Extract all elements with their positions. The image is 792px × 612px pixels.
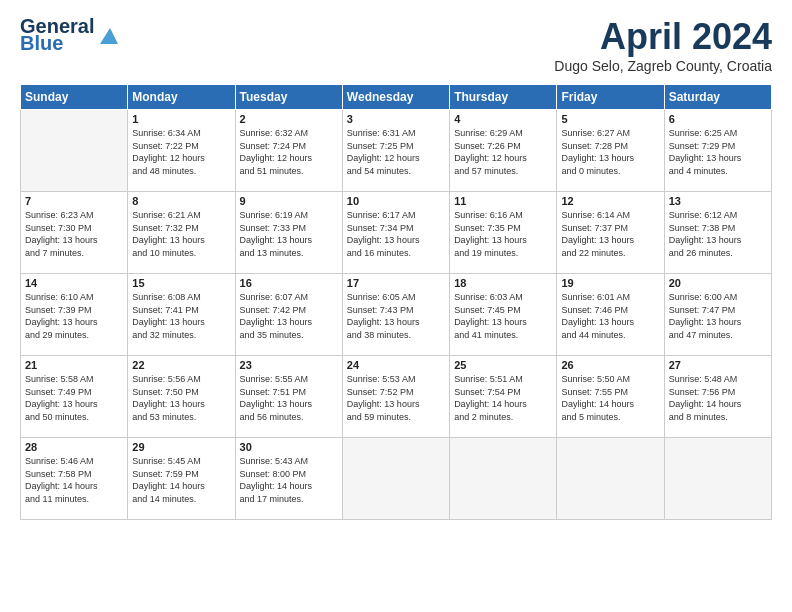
day-info: Sunrise: 5:58 AMSunset: 7:49 PMDaylight:…	[25, 373, 123, 423]
day-info: Sunrise: 6:31 AMSunset: 7:25 PMDaylight:…	[347, 127, 445, 177]
calendar-cell: 22Sunrise: 5:56 AMSunset: 7:50 PMDayligh…	[128, 356, 235, 438]
day-info: Sunrise: 5:53 AMSunset: 7:52 PMDaylight:…	[347, 373, 445, 423]
day-number: 5	[561, 113, 659, 125]
calendar-cell: 13Sunrise: 6:12 AMSunset: 7:38 PMDayligh…	[664, 192, 771, 274]
day-number: 17	[347, 277, 445, 289]
day-number: 24	[347, 359, 445, 371]
day-info: Sunrise: 5:56 AMSunset: 7:50 PMDaylight:…	[132, 373, 230, 423]
day-number: 10	[347, 195, 445, 207]
day-number: 25	[454, 359, 552, 371]
calendar-cell	[21, 110, 128, 192]
calendar-cell: 25Sunrise: 5:51 AMSunset: 7:54 PMDayligh…	[450, 356, 557, 438]
calendar-cell: 6Sunrise: 6:25 AMSunset: 7:29 PMDaylight…	[664, 110, 771, 192]
day-info: Sunrise: 6:10 AMSunset: 7:39 PMDaylight:…	[25, 291, 123, 341]
calendar-week-row: 1Sunrise: 6:34 AMSunset: 7:22 PMDaylight…	[21, 110, 772, 192]
header: General Blue April 2024 Dugo Selo, Zagre…	[20, 16, 772, 74]
calendar-cell: 23Sunrise: 5:55 AMSunset: 7:51 PMDayligh…	[235, 356, 342, 438]
day-info: Sunrise: 6:08 AMSunset: 7:41 PMDaylight:…	[132, 291, 230, 341]
day-number: 11	[454, 195, 552, 207]
calendar-cell: 4Sunrise: 6:29 AMSunset: 7:26 PMDaylight…	[450, 110, 557, 192]
day-number: 6	[669, 113, 767, 125]
weekday-header: Wednesday	[342, 85, 449, 110]
day-info: Sunrise: 6:29 AMSunset: 7:26 PMDaylight:…	[454, 127, 552, 177]
day-info: Sunrise: 6:01 AMSunset: 7:46 PMDaylight:…	[561, 291, 659, 341]
calendar-cell: 30Sunrise: 5:43 AMSunset: 8:00 PMDayligh…	[235, 438, 342, 520]
logo-blue: Blue	[20, 32, 63, 55]
calendar-cell: 18Sunrise: 6:03 AMSunset: 7:45 PMDayligh…	[450, 274, 557, 356]
calendar-cell: 27Sunrise: 5:48 AMSunset: 7:56 PMDayligh…	[664, 356, 771, 438]
day-info: Sunrise: 6:12 AMSunset: 7:38 PMDaylight:…	[669, 209, 767, 259]
day-info: Sunrise: 5:50 AMSunset: 7:55 PMDaylight:…	[561, 373, 659, 423]
day-info: Sunrise: 5:55 AMSunset: 7:51 PMDaylight:…	[240, 373, 338, 423]
page: General Blue April 2024 Dugo Selo, Zagre…	[0, 0, 792, 612]
weekday-header: Monday	[128, 85, 235, 110]
calendar-week-row: 14Sunrise: 6:10 AMSunset: 7:39 PMDayligh…	[21, 274, 772, 356]
calendar-week-row: 21Sunrise: 5:58 AMSunset: 7:49 PMDayligh…	[21, 356, 772, 438]
title-block: April 2024 Dugo Selo, Zagreb County, Cro…	[554, 16, 772, 74]
calendar-cell: 5Sunrise: 6:27 AMSunset: 7:28 PMDaylight…	[557, 110, 664, 192]
day-number: 28	[25, 441, 123, 453]
day-number: 30	[240, 441, 338, 453]
calendar-cell: 10Sunrise: 6:17 AMSunset: 7:34 PMDayligh…	[342, 192, 449, 274]
day-info: Sunrise: 5:46 AMSunset: 7:58 PMDaylight:…	[25, 455, 123, 505]
calendar-cell: 2Sunrise: 6:32 AMSunset: 7:24 PMDaylight…	[235, 110, 342, 192]
day-info: Sunrise: 6:16 AMSunset: 7:35 PMDaylight:…	[454, 209, 552, 259]
day-info: Sunrise: 6:14 AMSunset: 7:37 PMDaylight:…	[561, 209, 659, 259]
day-number: 16	[240, 277, 338, 289]
day-info: Sunrise: 6:05 AMSunset: 7:43 PMDaylight:…	[347, 291, 445, 341]
calendar-subtitle: Dugo Selo, Zagreb County, Croatia	[554, 58, 772, 74]
day-number: 12	[561, 195, 659, 207]
day-info: Sunrise: 6:19 AMSunset: 7:33 PMDaylight:…	[240, 209, 338, 259]
day-info: Sunrise: 6:21 AMSunset: 7:32 PMDaylight:…	[132, 209, 230, 259]
calendar-week-row: 7Sunrise: 6:23 AMSunset: 7:30 PMDaylight…	[21, 192, 772, 274]
day-number: 15	[132, 277, 230, 289]
day-info: Sunrise: 5:51 AMSunset: 7:54 PMDaylight:…	[454, 373, 552, 423]
weekday-header: Saturday	[664, 85, 771, 110]
calendar-cell: 9Sunrise: 6:19 AMSunset: 7:33 PMDaylight…	[235, 192, 342, 274]
day-number: 22	[132, 359, 230, 371]
calendar-title: April 2024	[554, 16, 772, 58]
day-info: Sunrise: 6:03 AMSunset: 7:45 PMDaylight:…	[454, 291, 552, 341]
calendar-cell: 28Sunrise: 5:46 AMSunset: 7:58 PMDayligh…	[21, 438, 128, 520]
day-number: 2	[240, 113, 338, 125]
day-number: 3	[347, 113, 445, 125]
svg-marker-0	[100, 28, 118, 44]
weekday-header: Friday	[557, 85, 664, 110]
calendar-cell: 15Sunrise: 6:08 AMSunset: 7:41 PMDayligh…	[128, 274, 235, 356]
day-info: Sunrise: 6:00 AMSunset: 7:47 PMDaylight:…	[669, 291, 767, 341]
day-info: Sunrise: 6:25 AMSunset: 7:29 PMDaylight:…	[669, 127, 767, 177]
day-info: Sunrise: 6:32 AMSunset: 7:24 PMDaylight:…	[240, 127, 338, 177]
day-info: Sunrise: 5:45 AMSunset: 7:59 PMDaylight:…	[132, 455, 230, 505]
logo: General Blue	[20, 16, 96, 55]
calendar-cell: 11Sunrise: 6:16 AMSunset: 7:35 PMDayligh…	[450, 192, 557, 274]
logo-triangle-icon	[96, 26, 118, 48]
calendar-cell	[557, 438, 664, 520]
calendar-cell: 14Sunrise: 6:10 AMSunset: 7:39 PMDayligh…	[21, 274, 128, 356]
day-number: 8	[132, 195, 230, 207]
day-info: Sunrise: 6:27 AMSunset: 7:28 PMDaylight:…	[561, 127, 659, 177]
weekday-header: Sunday	[21, 85, 128, 110]
weekday-header: Tuesday	[235, 85, 342, 110]
day-info: Sunrise: 6:34 AMSunset: 7:22 PMDaylight:…	[132, 127, 230, 177]
calendar-cell: 26Sunrise: 5:50 AMSunset: 7:55 PMDayligh…	[557, 356, 664, 438]
calendar-cell: 7Sunrise: 6:23 AMSunset: 7:30 PMDaylight…	[21, 192, 128, 274]
day-number: 26	[561, 359, 659, 371]
day-number: 9	[240, 195, 338, 207]
day-number: 20	[669, 277, 767, 289]
calendar-cell: 21Sunrise: 5:58 AMSunset: 7:49 PMDayligh…	[21, 356, 128, 438]
day-number: 23	[240, 359, 338, 371]
day-info: Sunrise: 6:17 AMSunset: 7:34 PMDaylight:…	[347, 209, 445, 259]
calendar-cell: 24Sunrise: 5:53 AMSunset: 7:52 PMDayligh…	[342, 356, 449, 438]
calendar-cell	[664, 438, 771, 520]
calendar-cell: 17Sunrise: 6:05 AMSunset: 7:43 PMDayligh…	[342, 274, 449, 356]
calendar-table: SundayMondayTuesdayWednesdayThursdayFrid…	[20, 84, 772, 520]
calendar-cell: 12Sunrise: 6:14 AMSunset: 7:37 PMDayligh…	[557, 192, 664, 274]
calendar-cell: 3Sunrise: 6:31 AMSunset: 7:25 PMDaylight…	[342, 110, 449, 192]
day-number: 29	[132, 441, 230, 453]
calendar-cell	[450, 438, 557, 520]
day-info: Sunrise: 6:23 AMSunset: 7:30 PMDaylight:…	[25, 209, 123, 259]
calendar-cell: 29Sunrise: 5:45 AMSunset: 7:59 PMDayligh…	[128, 438, 235, 520]
calendar-cell: 8Sunrise: 6:21 AMSunset: 7:32 PMDaylight…	[128, 192, 235, 274]
day-number: 1	[132, 113, 230, 125]
day-info: Sunrise: 6:07 AMSunset: 7:42 PMDaylight:…	[240, 291, 338, 341]
